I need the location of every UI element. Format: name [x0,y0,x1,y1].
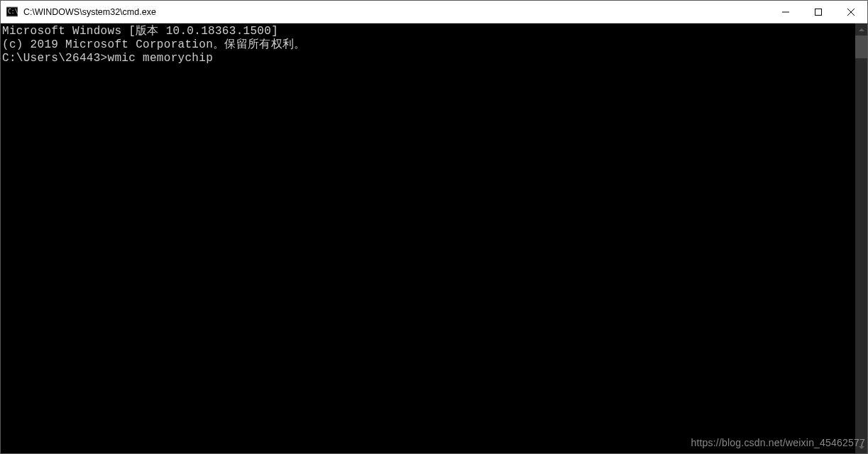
cmd-window: C:\ C:\WINDOWS\system32\cmd.exe Microsof… [0,0,868,454]
svg-rect-3 [815,9,822,16]
output-line-copyright: (c) 2019 Microsoft Corporation。保留所有权利。 [2,38,855,52]
terminal[interactable]: Microsoft Windows [版本 10.0.18363.1500](c… [1,23,855,453]
window-controls [769,1,867,23]
command-input[interactable]: wmic memorychip [108,52,214,65]
scroll-track[interactable] [855,36,867,441]
scroll-down-arrow[interactable] [855,441,867,453]
output-line-version: Microsoft Windows [版本 10.0.18363.1500] [2,25,855,38]
titlebar[interactable]: C:\ C:\WINDOWS\system32\cmd.exe [1,1,867,23]
terminal-wrapper: Microsoft Windows [版本 10.0.18363.1500](c… [1,23,867,453]
svg-marker-7 [859,446,864,449]
scroll-up-arrow[interactable] [855,23,867,36]
svg-marker-6 [859,28,864,31]
scroll-thumb[interactable] [855,36,867,58]
minimize-button[interactable] [769,1,802,23]
prompt: C:\Users\26443> [2,52,108,65]
cmd-icon: C:\ [6,6,18,18]
prompt-line: C:\Users\26443>wmic memorychip [2,52,855,65]
vertical-scrollbar[interactable] [855,23,867,453]
maximize-button[interactable] [802,1,835,23]
close-button[interactable] [835,1,867,23]
window-title: C:\WINDOWS\system32\cmd.exe [23,7,156,17]
svg-text:C:\: C:\ [8,9,18,15]
